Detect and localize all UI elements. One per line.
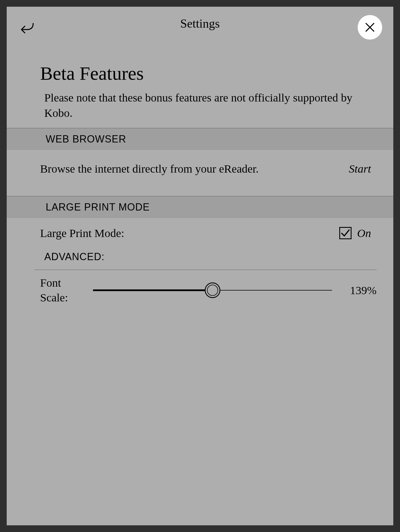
font-scale-value: 139% xyxy=(343,284,377,297)
web-browser-description: Browse the internet directly from your e… xyxy=(40,161,349,176)
font-scale-slider[interactable] xyxy=(93,282,332,299)
font-scale-row: Font Scale: 139% xyxy=(7,270,393,311)
page-title: Settings xyxy=(180,16,220,31)
large-print-mode-label: Large Print Mode: xyxy=(40,226,339,240)
large-print-toggle[interactable]: On xyxy=(339,226,377,240)
close-icon xyxy=(364,22,375,33)
back-arrow-icon xyxy=(19,21,35,35)
section-header-web-browser: WEB BROWSER xyxy=(7,128,393,150)
font-scale-label: Font Scale: xyxy=(40,275,82,305)
settings-screen: Settings Beta Features Please note that … xyxy=(7,7,393,525)
large-print-mode-row: Large Print Mode: On xyxy=(7,218,393,243)
header-bar: Settings xyxy=(7,7,393,40)
back-button[interactable] xyxy=(19,21,35,35)
advanced-label: ADVANCED: xyxy=(7,243,393,270)
web-browser-start-button[interactable]: Start xyxy=(349,162,377,175)
beta-features-note: Please note that these bonus features ar… xyxy=(7,90,393,128)
content-area: Beta Features Please note that these bon… xyxy=(7,40,393,311)
slider-track-fill xyxy=(93,289,213,291)
checkbox-icon xyxy=(339,227,352,239)
beta-features-heading: Beta Features xyxy=(7,40,393,90)
checkbox-label: On xyxy=(357,226,371,240)
close-button[interactable] xyxy=(358,15,382,40)
section-header-large-print: LARGE PRINT MODE xyxy=(7,196,393,218)
web-browser-row: Browse the internet directly from your e… xyxy=(7,150,393,188)
slider-thumb xyxy=(205,282,220,298)
